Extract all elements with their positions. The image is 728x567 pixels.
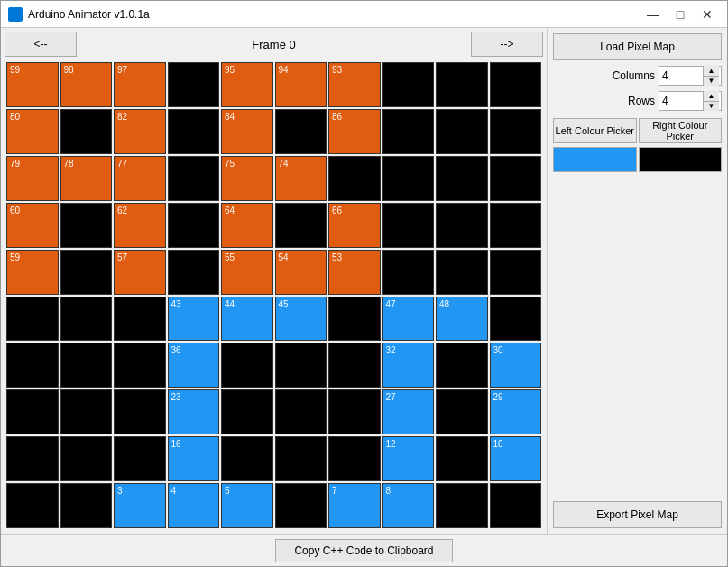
pixel-cell[interactable]: 8: [382, 483, 435, 528]
columns-down-button[interactable]: ▼: [703, 77, 719, 87]
pixel-cell[interactable]: 79: [6, 156, 59, 201]
pixel-cell[interactable]: [168, 109, 220, 154]
pixel-cell[interactable]: 75: [221, 156, 273, 201]
pixel-cell[interactable]: 54: [275, 250, 327, 295]
pixel-cell[interactable]: 53: [328, 250, 381, 295]
pixel-cell[interactable]: [436, 343, 488, 388]
pixel-cell[interactable]: [436, 109, 488, 154]
pixel-cell[interactable]: 4: [168, 483, 220, 528]
pixel-cell[interactable]: 84: [221, 109, 273, 154]
pixel-cell[interactable]: 60: [6, 203, 59, 248]
pixel-cell[interactable]: [490, 156, 542, 201]
left-colour-picker-button[interactable]: Left Colour Picker: [553, 118, 637, 143]
pixel-cell[interactable]: 74: [275, 156, 327, 201]
pixel-cell[interactable]: [275, 203, 327, 248]
pixel-cell[interactable]: 57: [114, 250, 166, 295]
pixel-cell[interactable]: [275, 343, 327, 388]
pixel-cell[interactable]: 44: [221, 297, 273, 342]
export-pixel-map-button[interactable]: Export Pixel Map: [553, 501, 722, 528]
pixel-cell[interactable]: [60, 389, 113, 434]
pixel-cell[interactable]: [328, 297, 381, 342]
pixel-cell[interactable]: [114, 297, 166, 342]
pixel-cell[interactable]: [168, 203, 220, 248]
pixel-cell[interactable]: 99: [6, 62, 59, 107]
pixel-cell[interactable]: [436, 436, 488, 481]
pixel-cell[interactable]: 62: [114, 203, 166, 248]
pixel-cell[interactable]: 47: [382, 297, 435, 342]
copy-code-button[interactable]: Copy C++ Code to Clipboard: [275, 539, 452, 562]
pixel-cell[interactable]: [221, 343, 273, 388]
next-button[interactable]: -->: [471, 32, 543, 57]
pixel-cell[interactable]: [6, 389, 59, 434]
pixel-cell[interactable]: [114, 389, 166, 434]
pixel-cell[interactable]: [382, 250, 435, 295]
pixel-cell[interactable]: 30: [490, 343, 542, 388]
right-colour-picker-button[interactable]: Right Colour Picker: [639, 118, 723, 143]
pixel-cell[interactable]: [221, 436, 273, 481]
pixel-cell[interactable]: [436, 389, 488, 434]
pixel-cell[interactable]: [382, 109, 435, 154]
pixel-cell[interactable]: [60, 297, 113, 342]
pixel-cell[interactable]: [6, 483, 59, 528]
pixel-cell[interactable]: [168, 156, 220, 201]
right-colour-swatch[interactable]: [639, 147, 723, 172]
pixel-cell[interactable]: 12: [382, 436, 435, 481]
pixel-cell[interactable]: [60, 436, 113, 481]
pixel-cell[interactable]: 32: [382, 343, 435, 388]
pixel-cell[interactable]: [490, 297, 542, 342]
pixel-cell[interactable]: [114, 436, 166, 481]
pixel-cell[interactable]: [6, 343, 59, 388]
pixel-cell[interactable]: [490, 203, 542, 248]
prev-button[interactable]: <--: [5, 32, 77, 57]
pixel-cell[interactable]: 29: [490, 389, 542, 434]
pixel-cell[interactable]: [60, 483, 113, 528]
pixel-cell[interactable]: 7: [328, 483, 381, 528]
pixel-cell[interactable]: 48: [436, 297, 488, 342]
pixel-cell[interactable]: [275, 436, 327, 481]
rows-input[interactable]: [659, 92, 703, 110]
load-pixel-map-button[interactable]: Load Pixel Map: [553, 33, 722, 60]
rows-down-button[interactable]: ▼: [703, 102, 719, 112]
pixel-cell[interactable]: [275, 389, 327, 434]
pixel-cell[interactable]: 45: [275, 297, 327, 342]
minimize-button[interactable]: —: [640, 5, 666, 23]
pixel-cell[interactable]: [436, 250, 488, 295]
pixel-cell[interactable]: [328, 343, 381, 388]
pixel-cell[interactable]: 27: [382, 389, 435, 434]
pixel-cell[interactable]: 98: [60, 62, 113, 107]
pixel-cell[interactable]: [6, 297, 59, 342]
pixel-cell[interactable]: [382, 156, 435, 201]
pixel-cell[interactable]: [490, 62, 542, 107]
pixel-cell[interactable]: [168, 62, 220, 107]
pixel-cell[interactable]: [382, 62, 435, 107]
pixel-cell[interactable]: [382, 203, 435, 248]
pixel-cell[interactable]: 43: [168, 297, 220, 342]
pixel-cell[interactable]: 23: [168, 389, 220, 434]
pixel-cell[interactable]: [328, 389, 381, 434]
columns-spinner[interactable]: ▲ ▼: [659, 66, 722, 86]
pixel-cell[interactable]: [490, 109, 542, 154]
pixel-cell[interactable]: 82: [114, 109, 166, 154]
pixel-cell[interactable]: [436, 62, 488, 107]
pixel-cell[interactable]: [60, 109, 113, 154]
pixel-cell[interactable]: 77: [114, 156, 166, 201]
maximize-button[interactable]: □: [668, 5, 693, 23]
rows-spinner[interactable]: ▲ ▼: [659, 91, 722, 111]
pixel-cell[interactable]: [168, 250, 220, 295]
pixel-cell[interactable]: 93: [328, 62, 381, 107]
pixel-cell[interactable]: 78: [60, 156, 113, 201]
pixel-cell[interactable]: 55: [221, 250, 273, 295]
pixel-cell[interactable]: 86: [328, 109, 381, 154]
rows-up-button[interactable]: ▲: [703, 91, 719, 102]
pixel-cell[interactable]: [60, 250, 113, 295]
pixel-cell[interactable]: [436, 203, 488, 248]
pixel-cell[interactable]: [436, 156, 488, 201]
pixel-cell[interactable]: 64: [221, 203, 273, 248]
pixel-cell[interactable]: 97: [114, 62, 166, 107]
close-button[interactable]: ✕: [695, 5, 720, 23]
pixel-cell[interactable]: [221, 389, 273, 434]
pixel-cell[interactable]: 10: [490, 436, 542, 481]
columns-input[interactable]: [659, 67, 703, 85]
pixel-cell[interactable]: [328, 436, 381, 481]
pixel-cell[interactable]: [275, 109, 327, 154]
